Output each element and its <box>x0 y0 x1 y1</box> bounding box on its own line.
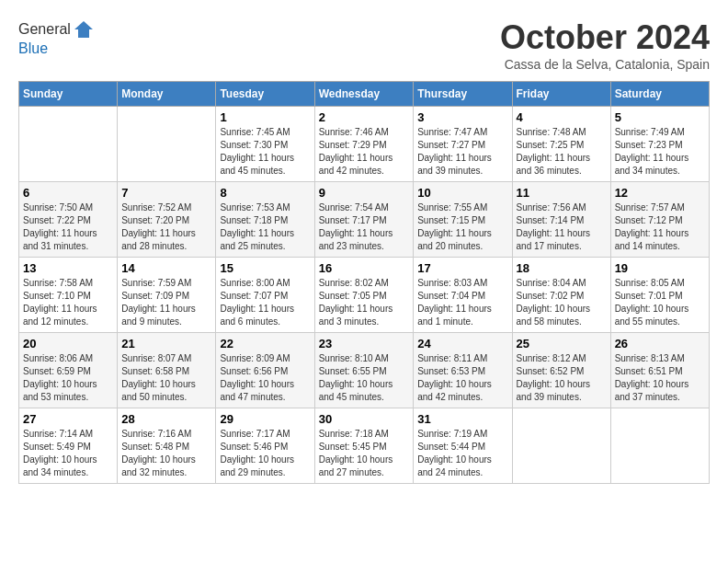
day-info: Sunrise: 8:12 AMSunset: 6:52 PMDaylight:… <box>517 352 607 404</box>
calendar-cell: 12Sunrise: 7:57 AMSunset: 7:12 PMDayligh… <box>610 182 709 258</box>
day-info: Sunrise: 8:02 AMSunset: 7:05 PMDaylight:… <box>319 277 410 328</box>
day-info: Sunrise: 7:56 AMSunset: 7:14 PMDaylight:… <box>517 201 607 253</box>
calendar-cell: 5Sunrise: 7:49 AMSunset: 7:23 PMDaylight… <box>610 107 709 182</box>
calendar-cell: 29Sunrise: 7:17 AMSunset: 5:46 PMDayligh… <box>216 408 314 484</box>
day-info: Sunrise: 7:45 AMSunset: 7:30 PMDaylight:… <box>220 126 310 178</box>
day-number: 21 <box>121 337 211 350</box>
calendar-cell: 18Sunrise: 8:04 AMSunset: 7:02 PMDayligh… <box>512 258 610 333</box>
day-info: Sunrise: 7:19 AMSunset: 5:44 PMDaylight:… <box>417 428 507 479</box>
calendar-body: 1Sunrise: 7:45 AMSunset: 7:30 PMDaylight… <box>19 107 710 484</box>
day-header-tuesday: Tuesday <box>216 82 314 107</box>
day-info: Sunrise: 8:07 AMSunset: 6:58 PMDaylight:… <box>121 352 211 404</box>
day-info: Sunrise: 8:13 AMSunset: 6:51 PMDaylight:… <box>615 352 705 404</box>
calendar-cell: 8Sunrise: 7:53 AMSunset: 7:18 PMDaylight… <box>216 182 314 258</box>
calendar-cell: 14Sunrise: 7:59 AMSunset: 7:09 PMDayligh… <box>118 258 216 333</box>
logo-general-text: General <box>18 21 71 38</box>
day-number: 31 <box>417 412 507 426</box>
day-number: 26 <box>615 337 705 350</box>
calendar-cell: 25Sunrise: 8:12 AMSunset: 6:52 PMDayligh… <box>512 333 610 408</box>
calendar-week-3: 13Sunrise: 7:58 AMSunset: 7:10 PMDayligh… <box>19 258 710 333</box>
day-number: 10 <box>417 186 507 200</box>
calendar-cell: 6Sunrise: 7:50 AMSunset: 7:22 PMDaylight… <box>19 182 118 258</box>
month-title: October 2024 <box>500 18 710 57</box>
calendar-cell: 21Sunrise: 8:07 AMSunset: 6:58 PMDayligh… <box>118 333 216 408</box>
day-header-thursday: Thursday <box>414 82 512 107</box>
calendar-cell: 17Sunrise: 8:03 AMSunset: 7:04 PMDayligh… <box>414 258 512 333</box>
day-info: Sunrise: 8:04 AMSunset: 7:02 PMDaylight:… <box>517 277 607 328</box>
day-info: Sunrise: 8:06 AMSunset: 6:59 PMDaylight:… <box>23 352 113 404</box>
day-info: Sunrise: 8:03 AMSunset: 7:04 PMDaylight:… <box>417 277 507 328</box>
day-header-saturday: Saturday <box>610 82 709 107</box>
day-number: 11 <box>517 186 607 200</box>
day-info: Sunrise: 7:53 AMSunset: 7:18 PMDaylight:… <box>220 201 310 253</box>
day-info: Sunrise: 8:00 AMSunset: 7:07 PMDaylight:… <box>220 277 310 328</box>
day-header-monday: Monday <box>118 82 216 107</box>
calendar-week-5: 27Sunrise: 7:14 AMSunset: 5:49 PMDayligh… <box>19 408 710 484</box>
day-info: Sunrise: 7:48 AMSunset: 7:25 PMDaylight:… <box>517 126 607 178</box>
day-number: 23 <box>319 337 410 350</box>
day-number: 19 <box>615 261 705 275</box>
calendar-cell <box>19 107 118 182</box>
day-number: 18 <box>517 261 607 275</box>
day-info: Sunrise: 8:05 AMSunset: 7:01 PMDaylight:… <box>615 277 705 328</box>
day-info: Sunrise: 7:18 AMSunset: 5:45 PMDaylight:… <box>319 428 410 479</box>
day-number: 9 <box>319 186 410 200</box>
day-number: 1 <box>220 110 310 124</box>
calendar-cell: 11Sunrise: 7:56 AMSunset: 7:14 PMDayligh… <box>512 182 610 258</box>
day-info: Sunrise: 7:17 AMSunset: 5:46 PMDaylight:… <box>220 428 310 479</box>
day-info: Sunrise: 7:52 AMSunset: 7:20 PMDaylight:… <box>121 201 211 253</box>
day-header-friday: Friday <box>512 82 610 107</box>
day-number: 14 <box>121 261 211 275</box>
calendar-cell: 13Sunrise: 7:58 AMSunset: 7:10 PMDayligh… <box>19 258 118 333</box>
calendar-cell: 15Sunrise: 8:00 AMSunset: 7:07 PMDayligh… <box>216 258 314 333</box>
day-info: Sunrise: 8:10 AMSunset: 6:55 PMDaylight:… <box>319 352 410 404</box>
day-number: 2 <box>319 110 410 124</box>
calendar-cell: 10Sunrise: 7:55 AMSunset: 7:15 PMDayligh… <box>414 182 512 258</box>
day-info: Sunrise: 7:57 AMSunset: 7:12 PMDaylight:… <box>615 201 705 253</box>
day-number: 16 <box>319 261 410 275</box>
calendar-week-1: 1Sunrise: 7:45 AMSunset: 7:30 PMDaylight… <box>19 107 710 182</box>
day-info: Sunrise: 7:50 AMSunset: 7:22 PMDaylight:… <box>23 201 113 253</box>
day-info: Sunrise: 7:16 AMSunset: 5:48 PMDaylight:… <box>121 428 211 479</box>
calendar-cell: 4Sunrise: 7:48 AMSunset: 7:25 PMDaylight… <box>512 107 610 182</box>
day-info: Sunrise: 7:49 AMSunset: 7:23 PMDaylight:… <box>615 126 705 178</box>
calendar-cell: 30Sunrise: 7:18 AMSunset: 5:45 PMDayligh… <box>314 408 414 484</box>
calendar-cell <box>610 408 709 484</box>
day-info: Sunrise: 7:14 AMSunset: 5:49 PMDaylight:… <box>23 428 113 479</box>
calendar-cell: 19Sunrise: 8:05 AMSunset: 7:01 PMDayligh… <box>610 258 709 333</box>
day-number: 7 <box>121 186 211 200</box>
day-info: Sunrise: 8:09 AMSunset: 6:56 PMDaylight:… <box>220 352 310 404</box>
day-header-sunday: Sunday <box>19 82 118 107</box>
calendar-cell: 3Sunrise: 7:47 AMSunset: 7:27 PMDaylight… <box>414 107 512 182</box>
calendar-cell: 7Sunrise: 7:52 AMSunset: 7:20 PMDaylight… <box>118 182 216 258</box>
calendar-table: SundayMondayTuesdayWednesdayThursdayFrid… <box>18 81 710 484</box>
day-info: Sunrise: 7:54 AMSunset: 7:17 PMDaylight:… <box>319 201 410 253</box>
logo-blue-text: Blue <box>18 40 48 56</box>
title-block: October 2024 Cassa de la Selva, Cataloni… <box>500 18 710 72</box>
calendar-cell: 27Sunrise: 7:14 AMSunset: 5:49 PMDayligh… <box>19 408 118 484</box>
calendar-header-row: SundayMondayTuesdayWednesdayThursdayFrid… <box>19 82 710 107</box>
day-info: Sunrise: 7:55 AMSunset: 7:15 PMDaylight:… <box>417 201 507 253</box>
day-number: 3 <box>417 110 507 124</box>
calendar-cell: 1Sunrise: 7:45 AMSunset: 7:30 PMDaylight… <box>216 107 314 182</box>
calendar-week-4: 20Sunrise: 8:06 AMSunset: 6:59 PMDayligh… <box>19 333 710 408</box>
day-number: 8 <box>220 186 310 200</box>
calendar-cell <box>512 408 610 484</box>
day-info: Sunrise: 8:11 AMSunset: 6:53 PMDaylight:… <box>417 352 507 404</box>
page-header: General Blue October 2024 Cassa de la Se… <box>18 18 710 72</box>
calendar-cell: 24Sunrise: 8:11 AMSunset: 6:53 PMDayligh… <box>414 333 512 408</box>
day-number: 15 <box>220 261 310 275</box>
day-number: 30 <box>319 412 410 426</box>
day-number: 17 <box>417 261 507 275</box>
day-number: 5 <box>615 110 705 124</box>
logo: General Blue <box>18 18 95 57</box>
day-header-wednesday: Wednesday <box>314 82 414 107</box>
day-number: 27 <box>23 412 113 426</box>
day-number: 22 <box>220 337 310 350</box>
day-info: Sunrise: 7:59 AMSunset: 7:09 PMDaylight:… <box>121 277 211 328</box>
day-number: 29 <box>220 412 310 426</box>
logo-icon <box>73 18 95 40</box>
day-number: 6 <box>23 186 113 200</box>
day-number: 24 <box>417 337 507 350</box>
day-number: 4 <box>517 110 607 124</box>
